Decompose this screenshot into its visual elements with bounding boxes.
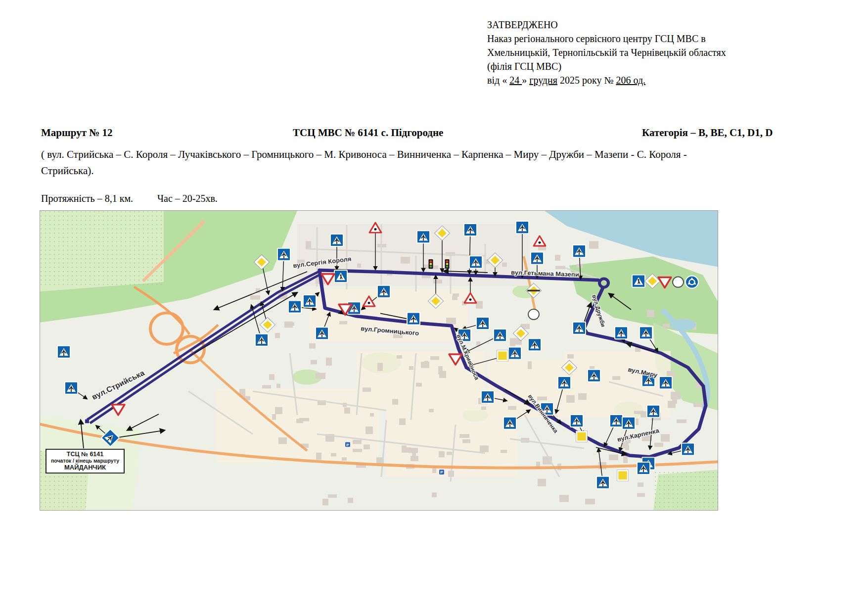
junction-layout-sign-icon: [494, 329, 506, 341]
white-circle-sign-icon: [528, 309, 539, 320]
building: [693, 403, 703, 407]
approval-block: ЗАТВЕРДЖЕНО Наказ регіонального сервісно…: [487, 18, 772, 87]
building: [309, 343, 316, 349]
building: [353, 440, 362, 444]
building: [409, 366, 413, 370]
building: [671, 392, 681, 399]
building: [353, 449, 362, 452]
building: [647, 310, 654, 317]
building: [476, 301, 483, 308]
document-page: ЗАТВЕРДЖЕНО Наказ регіонального сервісно…: [0, 0, 868, 614]
junction-layout-sign-icon: [464, 224, 477, 236]
junction-layout-sign-icon: [622, 417, 635, 429]
roundabout-sign-icon: [685, 276, 698, 288]
approval-line: Наказ регіонального сервісного центру ГС…: [487, 32, 772, 46]
date-filled-blank: грудня: [529, 75, 557, 86]
building: [275, 407, 282, 414]
junction-layout-sign-icon: [610, 415, 623, 427]
building: [432, 492, 437, 497]
building: [348, 498, 353, 503]
route-map: PP вул.Стрийськавул.Сергія Королявул.Гет…: [40, 210, 718, 511]
junction-layout-sign-icon: [417, 231, 430, 243]
building: [501, 450, 507, 453]
building: [412, 453, 416, 457]
junction-layout-sign-icon: [516, 221, 529, 234]
junction-layout-sign-icon: [255, 334, 268, 346]
building: [416, 383, 422, 387]
tsc-box-line: МАЙДАНЧИК: [64, 464, 106, 472]
building: [447, 452, 452, 455]
approval-line: (філія ГСЦ МВС): [487, 59, 772, 73]
building: [637, 493, 645, 497]
date-filled-blank: 206 од.: [616, 75, 645, 86]
junction-layout-sign-icon: [503, 417, 516, 429]
junction-layout-sign-icon: [303, 295, 316, 307]
building: [401, 257, 410, 263]
building: [342, 457, 347, 461]
building: [377, 363, 383, 371]
building: [399, 419, 406, 425]
category-label: Категорія – B, BE, C1, D1, D: [642, 127, 773, 139]
junction-layout-sign-icon: [588, 370, 600, 382]
building: [344, 408, 350, 414]
junction-layout-sign-icon: [637, 462, 650, 474]
junction-layout-sign-icon: [288, 301, 301, 313]
date-text: від «: [487, 75, 509, 86]
building: [502, 263, 507, 267]
yellow-square-sign-icon: [617, 470, 629, 481]
building: [316, 453, 321, 460]
junction-layout-sign-icon: [615, 327, 628, 339]
junction-layout-sign-icon: [531, 252, 544, 265]
building: [537, 396, 547, 400]
building: [555, 266, 565, 269]
junction-layout-sign-icon: [682, 443, 694, 456]
junction-layout-sign-icon: [528, 338, 541, 351]
tsc-box-line: початок / кінець маршруту: [51, 459, 119, 464]
building: [272, 414, 276, 420]
approval-title: ЗАТВЕРДЖЕНО: [487, 18, 772, 32]
building: [322, 499, 328, 505]
building: [311, 360, 317, 365]
junction-layout-sign-icon: [476, 317, 489, 330]
building: [364, 444, 370, 449]
building: [609, 455, 618, 461]
junction-layout-sign-icon: [65, 382, 78, 394]
building: [331, 453, 336, 457]
building: [339, 321, 347, 325]
traffic-light-icon: [445, 259, 450, 269]
building: [439, 371, 446, 378]
date-filled-blank: 24: [509, 75, 522, 86]
parking-icon: P: [439, 470, 444, 474]
building: [668, 401, 676, 408]
tsc-start-box: ТСЦ № 6141початок / кінець маршрутуМАЙДА…: [46, 449, 124, 473]
building: [250, 295, 260, 300]
junction-layout-sign-icon: [659, 377, 672, 389]
building: [392, 399, 398, 405]
building: [459, 434, 469, 438]
building: [622, 442, 629, 448]
junction-layout-sign-icon: [508, 347, 521, 360]
building: [397, 355, 402, 359]
route-start-point: [85, 420, 89, 424]
building: [538, 479, 546, 486]
service-center-title: ТСЦ МВС № 6141 с. Підгородне: [293, 127, 443, 139]
building: [423, 265, 429, 269]
building: [480, 445, 489, 452]
building: [589, 241, 598, 248]
junction-layout-sign-icon: [481, 391, 494, 403]
junction-layout-sign-icon: [570, 415, 583, 427]
junction-layout-sign-icon: [57, 346, 70, 358]
building: [578, 393, 587, 400]
building: [638, 482, 643, 487]
junction-layout-sign-icon: [377, 285, 390, 298]
building: [654, 443, 663, 447]
junction-layout-sign-icon: [330, 234, 343, 246]
building: [453, 293, 459, 297]
building: [528, 361, 532, 369]
building: [612, 376, 620, 380]
pedestrian-crossing-sign-icon: [334, 270, 347, 283]
building: [677, 420, 686, 424]
orchard-texture: [40, 211, 164, 287]
approval-line: Хмельницькій, Тернопільській та Чернівец…: [487, 46, 772, 59]
building: [430, 356, 439, 360]
